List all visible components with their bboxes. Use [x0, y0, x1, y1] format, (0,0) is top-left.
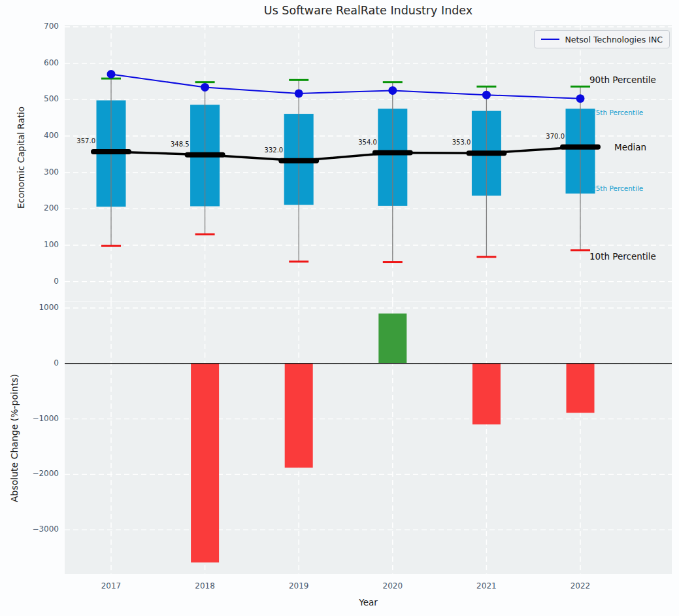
legend-label: Netsol Technologies INC — [565, 35, 663, 44]
netsol-point-2019 — [295, 89, 303, 97]
y-tick-label: −3000 — [20, 524, 59, 534]
x-tick-label-2022: 2022 — [554, 581, 606, 590]
y-tick-label: −2000 — [20, 469, 59, 478]
annotation-10th-percentile: 10th Percentile — [589, 251, 656, 262]
annotation-median: Median — [614, 142, 646, 152]
y-tick-label: 1000 — [20, 303, 59, 312]
y-tick-label: 500 — [20, 94, 59, 103]
x-axis-label: Year — [65, 597, 672, 607]
netsol-point-2021 — [482, 91, 491, 99]
annotation-75th-percentile: 75th Percentile — [591, 109, 643, 116]
legend-line-icon — [541, 39, 559, 40]
x-tick-label-2019: 2019 — [273, 581, 325, 590]
median-value-label-2018: 348.5 — [171, 141, 190, 148]
median-value-label-2020: 354.0 — [358, 139, 377, 146]
x-tick-label-2018: 2018 — [179, 581, 231, 590]
y-tick-label: 100 — [20, 240, 59, 249]
netsol-point-2018 — [201, 83, 209, 92]
chart-title: Us Software RealRate Industry Index — [65, 4, 672, 17]
change-bar-2019 — [285, 364, 313, 468]
annotation-25th-percentile: 25th Percentile — [591, 184, 643, 192]
bottom-y-axis-label: Absolute Change (%-points) — [9, 347, 20, 530]
y-tick-label: 300 — [20, 167, 59, 177]
gridlines — [65, 301, 672, 574]
netsol-point-2020 — [388, 86, 397, 95]
netsol-point-2017 — [107, 70, 116, 78]
netsol-point-2022 — [576, 94, 585, 103]
y-tick-label: 600 — [20, 58, 59, 67]
y-tick-label: 400 — [20, 131, 59, 140]
bottom-axes — [65, 301, 672, 574]
annotation-90th-percentile: 90th Percentile — [589, 75, 656, 85]
median-value-label-2019: 332.0 — [265, 146, 284, 154]
y-tick-label: 0 — [20, 358, 59, 368]
y-tick-label: 0 — [20, 277, 59, 286]
change-bar-2021 — [472, 364, 501, 424]
chart-canvas: 357.0348.5332.0354.0353.0370.0 — [65, 25, 672, 301]
change-bar-2022 — [567, 364, 595, 413]
y-tick-label: 200 — [20, 203, 59, 213]
chart-canvas — [65, 301, 672, 574]
y-tick-label: −1000 — [20, 414, 59, 423]
y-tick-label: 700 — [20, 22, 59, 31]
figure: Us Software RealRate Industry Index Econ… — [0, 0, 679, 616]
median-value-label-2021: 353.0 — [452, 139, 471, 146]
median-value-label-2017: 357.0 — [76, 137, 95, 145]
x-tick-label-2017: 2017 — [85, 581, 137, 590]
legend: Netsol Technologies INC — [534, 30, 670, 48]
median-value-label-2022: 370.0 — [546, 133, 565, 140]
x-tick-label-2020: 2020 — [367, 581, 419, 590]
median-line — [111, 147, 580, 161]
top-axes: 357.0348.5332.0354.0353.0370.0 — [65, 25, 672, 301]
x-tick-label-2021: 2021 — [460, 581, 512, 590]
change-bar-2018 — [191, 364, 219, 562]
change-bar-2020 — [378, 313, 406, 363]
netsol-line — [111, 74, 580, 98]
